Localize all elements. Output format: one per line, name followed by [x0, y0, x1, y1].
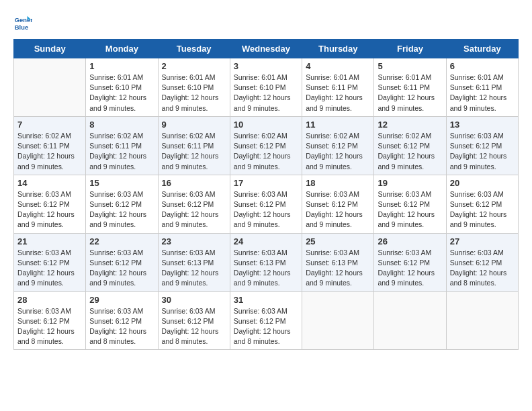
day-number: 20: [450, 178, 515, 188]
calendar-day-cell: 2Sunrise: 6:01 AMSunset: 6:10 PMDaylight…: [158, 58, 230, 117]
day-number: 28: [17, 295, 82, 305]
day-info: Sunrise: 6:02 AMSunset: 6:12 PMDaylight:…: [378, 131, 442, 172]
day-info: Sunrise: 6:03 AMSunset: 6:12 PMDaylight:…: [450, 189, 515, 230]
calendar-day-cell: 11Sunrise: 6:02 AMSunset: 6:12 PMDayligh…: [302, 116, 374, 175]
calendar-week-row: 28Sunrise: 6:03 AMSunset: 6:12 PMDayligh…: [14, 291, 519, 350]
day-number: 23: [162, 236, 226, 246]
day-number: 4: [306, 61, 370, 71]
weekday-header-saturday: Saturday: [446, 40, 518, 58]
day-number: 25: [306, 236, 370, 246]
weekday-header-thursday: Thursday: [302, 40, 374, 58]
weekday-header-friday: Friday: [374, 40, 446, 58]
day-number: 8: [89, 120, 154, 130]
day-info: Sunrise: 6:03 AMSunset: 6:12 PMDaylight:…: [17, 306, 82, 347]
day-number: 21: [17, 236, 82, 246]
day-number: 16: [162, 178, 226, 188]
calendar-day-cell: 21Sunrise: 6:03 AMSunset: 6:12 PMDayligh…: [14, 233, 86, 291]
calendar-day-cell: 16Sunrise: 6:03 AMSunset: 6:12 PMDayligh…: [158, 175, 230, 233]
day-info: Sunrise: 6:03 AMSunset: 6:12 PMDaylight:…: [234, 306, 298, 347]
calendar-day-cell: 1Sunrise: 6:01 AMSunset: 6:10 PMDaylight…: [86, 58, 158, 117]
calendar-day-cell: 10Sunrise: 6:02 AMSunset: 6:12 PMDayligh…: [230, 116, 302, 175]
calendar-day-cell: 9Sunrise: 6:02 AMSunset: 6:11 PMDaylight…: [158, 116, 230, 175]
day-info: Sunrise: 6:03 AMSunset: 6:13 PMDaylight:…: [234, 248, 298, 289]
weekday-header-sunday: Sunday: [14, 40, 86, 58]
day-info: Sunrise: 6:03 AMSunset: 6:12 PMDaylight:…: [89, 248, 154, 289]
calendar-day-cell: 18Sunrise: 6:03 AMSunset: 6:12 PMDayligh…: [302, 175, 374, 233]
calendar-day-cell: 5Sunrise: 6:01 AMSunset: 6:11 PMDaylight…: [374, 58, 446, 117]
day-number: 11: [306, 120, 370, 130]
day-info: Sunrise: 6:01 AMSunset: 6:10 PMDaylight:…: [89, 73, 154, 113]
day-info: Sunrise: 6:03 AMSunset: 6:13 PMDaylight:…: [162, 248, 226, 289]
day-number: 3: [234, 61, 298, 71]
svg-text:General: General: [15, 17, 32, 24]
day-number: 7: [17, 120, 82, 130]
day-info: Sunrise: 6:02 AMSunset: 6:11 PMDaylight:…: [17, 131, 82, 172]
day-number: 22: [89, 236, 154, 246]
day-info: Sunrise: 6:03 AMSunset: 6:12 PMDaylight:…: [89, 306, 154, 347]
day-info: Sunrise: 6:02 AMSunset: 6:12 PMDaylight:…: [234, 131, 298, 172]
calendar-day-cell: 4Sunrise: 6:01 AMSunset: 6:11 PMDaylight…: [302, 58, 374, 117]
day-info: Sunrise: 6:01 AMSunset: 6:10 PMDaylight:…: [234, 73, 298, 113]
day-info: Sunrise: 6:01 AMSunset: 6:11 PMDaylight:…: [450, 73, 515, 113]
day-info: Sunrise: 6:03 AMSunset: 6:12 PMDaylight:…: [378, 248, 442, 289]
logo: General Blue: [13, 13, 35, 32]
day-info: Sunrise: 6:03 AMSunset: 6:12 PMDaylight:…: [306, 189, 370, 230]
day-info: Sunrise: 6:03 AMSunset: 6:12 PMDaylight:…: [450, 248, 515, 289]
day-info: Sunrise: 6:03 AMSunset: 6:12 PMDaylight:…: [378, 189, 442, 230]
calendar-day-cell: 15Sunrise: 6:03 AMSunset: 6:12 PMDayligh…: [86, 175, 158, 233]
day-info: Sunrise: 6:03 AMSunset: 6:12 PMDaylight:…: [234, 189, 298, 230]
calendar-day-cell: 24Sunrise: 6:03 AMSunset: 6:13 PMDayligh…: [230, 233, 302, 291]
calendar-day-cell: 20Sunrise: 6:03 AMSunset: 6:12 PMDayligh…: [446, 175, 518, 233]
day-number: 17: [234, 178, 298, 188]
day-info: Sunrise: 6:01 AMSunset: 6:11 PMDaylight:…: [306, 73, 370, 113]
calendar-day-cell: 23Sunrise: 6:03 AMSunset: 6:13 PMDayligh…: [158, 233, 230, 291]
calendar-week-row: 21Sunrise: 6:03 AMSunset: 6:12 PMDayligh…: [14, 233, 519, 291]
day-info: Sunrise: 6:03 AMSunset: 6:12 PMDaylight:…: [17, 189, 82, 230]
weekday-header-tuesday: Tuesday: [158, 40, 230, 58]
day-number: 13: [450, 120, 515, 130]
day-info: Sunrise: 6:02 AMSunset: 6:12 PMDaylight:…: [306, 131, 370, 172]
weekday-header-monday: Monday: [86, 40, 158, 58]
calendar-day-cell: [302, 291, 374, 350]
day-number: 18: [306, 178, 370, 188]
weekday-header-row: SundayMondayTuesdayWednesdayThursdayFrid…: [14, 40, 519, 58]
day-number: 24: [234, 236, 298, 246]
day-number: 10: [234, 120, 298, 130]
day-number: 27: [450, 236, 515, 246]
calendar-day-cell: [446, 291, 518, 350]
calendar-day-cell: 3Sunrise: 6:01 AMSunset: 6:10 PMDaylight…: [230, 58, 302, 117]
calendar-day-cell: 13Sunrise: 6:03 AMSunset: 6:12 PMDayligh…: [446, 116, 518, 175]
weekday-header-wednesday: Wednesday: [230, 40, 302, 58]
day-info: Sunrise: 6:03 AMSunset: 6:12 PMDaylight:…: [17, 248, 82, 289]
svg-text:Blue: Blue: [15, 24, 28, 31]
calendar-day-cell: 19Sunrise: 6:03 AMSunset: 6:12 PMDayligh…: [374, 175, 446, 233]
day-info: Sunrise: 6:03 AMSunset: 6:12 PMDaylight:…: [89, 189, 154, 230]
calendar-day-cell: 6Sunrise: 6:01 AMSunset: 6:11 PMDaylight…: [446, 58, 518, 117]
calendar-table: SundayMondayTuesdayWednesdayThursdayFrid…: [13, 39, 519, 350]
calendar-day-cell: 22Sunrise: 6:03 AMSunset: 6:12 PMDayligh…: [86, 233, 158, 291]
day-number: 26: [378, 236, 442, 246]
calendar-day-cell: 28Sunrise: 6:03 AMSunset: 6:12 PMDayligh…: [14, 291, 86, 350]
day-number: 1: [89, 61, 154, 71]
day-number: 9: [162, 120, 226, 130]
calendar-week-row: 1Sunrise: 6:01 AMSunset: 6:10 PMDaylight…: [14, 58, 519, 117]
calendar-day-cell: 17Sunrise: 6:03 AMSunset: 6:12 PMDayligh…: [230, 175, 302, 233]
day-info: Sunrise: 6:02 AMSunset: 6:11 PMDaylight:…: [89, 131, 154, 172]
calendar-day-cell: 25Sunrise: 6:03 AMSunset: 6:13 PMDayligh…: [302, 233, 374, 291]
calendar-day-cell: [14, 58, 86, 117]
day-number: 31: [234, 295, 298, 305]
day-info: Sunrise: 6:02 AMSunset: 6:11 PMDaylight:…: [162, 131, 226, 172]
day-number: 6: [450, 61, 515, 71]
day-info: Sunrise: 6:03 AMSunset: 6:13 PMDaylight:…: [306, 248, 370, 289]
calendar-day-cell: 27Sunrise: 6:03 AMSunset: 6:12 PMDayligh…: [446, 233, 518, 291]
day-number: 29: [89, 295, 154, 305]
day-info: Sunrise: 6:01 AMSunset: 6:10 PMDaylight:…: [162, 73, 226, 113]
calendar-day-cell: 8Sunrise: 6:02 AMSunset: 6:11 PMDaylight…: [86, 116, 158, 175]
calendar-week-row: 7Sunrise: 6:02 AMSunset: 6:11 PMDaylight…: [14, 116, 519, 175]
day-number: 5: [378, 61, 442, 71]
day-info: Sunrise: 6:03 AMSunset: 6:12 PMDaylight:…: [162, 189, 226, 230]
calendar-day-cell: 7Sunrise: 6:02 AMSunset: 6:11 PMDaylight…: [14, 116, 86, 175]
day-number: 14: [17, 178, 82, 188]
day-number: 15: [89, 178, 154, 188]
day-number: 19: [378, 178, 442, 188]
